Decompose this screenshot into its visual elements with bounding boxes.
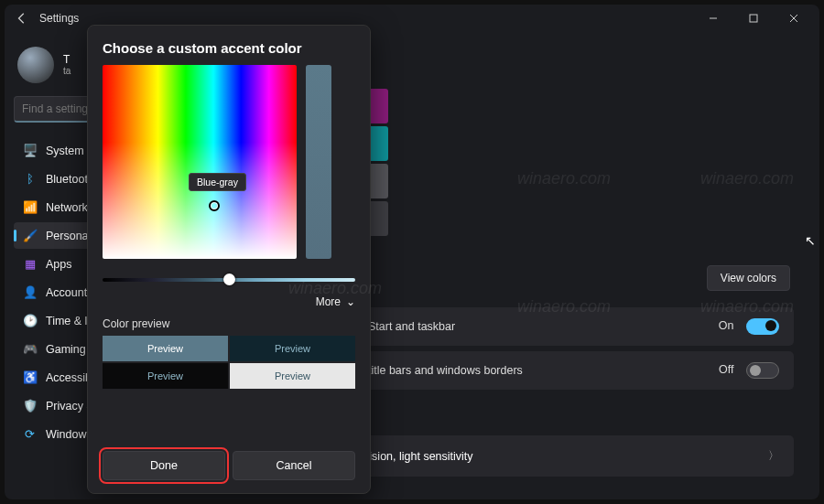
nav-icon: 🛡️ — [23, 399, 37, 413]
preview-cell: Preview — [230, 336, 355, 361]
minimize-button[interactable] — [693, 5, 733, 32]
preview-label: Color preview — [103, 317, 355, 330]
nav-icon: 📶 — [23, 200, 37, 214]
hue-slider[interactable] — [103, 272, 355, 288]
nav-icon: ᛒ — [23, 172, 37, 186]
nav-label: Apps — [46, 258, 72, 271]
toggle-off[interactable] — [746, 362, 779, 379]
preview-cell: Preview — [230, 363, 355, 389]
view-colors-button[interactable]: View colors — [707, 265, 790, 291]
color-picker-dialog: Choose a custom accent color Blue-gray M… — [87, 25, 371, 494]
user-sub: ta — [63, 66, 70, 77]
dialog-title: Choose a custom accent color — [103, 40, 355, 56]
preview-cell: Preview — [103, 363, 228, 389]
close-button[interactable] — [774, 5, 814, 32]
svg-rect-1 — [750, 15, 757, 22]
nav-icon: 👤 — [23, 285, 37, 299]
chevron-right-icon: 〉 — [768, 448, 779, 464]
app-title: Settings — [39, 12, 79, 25]
window-controls — [693, 5, 814, 32]
more-button[interactable]: More ⌄ — [103, 295, 355, 308]
nav-icon: 🎮 — [23, 342, 37, 356]
maximize-button[interactable] — [733, 5, 774, 32]
nav-icon: ▦ — [23, 257, 37, 271]
color-pointer[interactable] — [209, 200, 220, 211]
cancel-button[interactable]: Cancel — [233, 451, 355, 480]
nav-icon: 🖥️ — [23, 144, 37, 157]
toggle-on[interactable] — [746, 318, 779, 335]
chevron-down-icon: ⌄ — [346, 295, 355, 308]
nav-label: System — [46, 145, 84, 157]
settings-window: Settings T ta 🖥️SystemᛒBluetooth & devic… — [5, 5, 819, 499]
user-name: T — [63, 53, 70, 66]
toggle-state: Off — [719, 363, 733, 376]
color-tooltip: Blue-gray — [189, 173, 246, 191]
avatar — [17, 47, 54, 83]
color-field[interactable]: Blue-gray — [103, 65, 297, 259]
nav-icon: ⟳ — [23, 427, 37, 441]
hue-thumb[interactable] — [223, 273, 235, 285]
nav-icon: 🕑 — [23, 314, 37, 327]
value-slider[interactable] — [306, 65, 331, 259]
nav-icon: 🖌️ — [23, 229, 37, 242]
toggle-state: On — [719, 319, 734, 332]
nav-label: Accounts — [46, 286, 92, 299]
nav-icon: ♿ — [23, 370, 37, 384]
preview-cell: Preview — [103, 336, 228, 361]
nav-label: Gaming — [46, 343, 86, 356]
preview-grid: PreviewPreviewPreviewPreview — [103, 336, 355, 389]
done-button[interactable]: Done — [103, 451, 225, 480]
back-icon[interactable] — [16, 12, 28, 25]
